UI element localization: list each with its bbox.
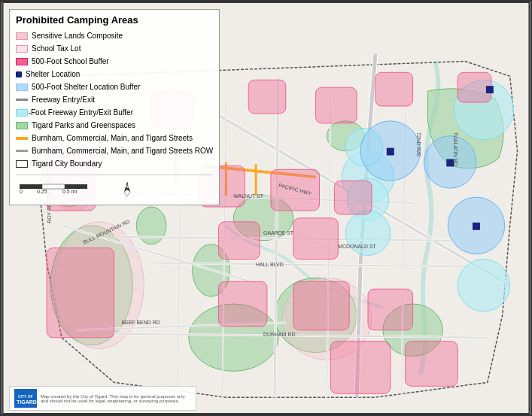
svg-rect-21 (316, 87, 357, 123)
legend-item-burnham-gray: Burnham, Commercial, Main, and Tigard St… (16, 145, 213, 157)
svg-rect-35 (47, 248, 114, 338)
svg-rect-20 (248, 80, 286, 114)
legend-item-school-buffer: 500-Foot School Buffer (16, 56, 213, 68)
legend-swatch-sensitive (16, 32, 28, 40)
svg-text:TIGARD: TIGARD (17, 399, 37, 405)
svg-point-18 (458, 260, 509, 311)
svg-text:WALNUT ST: WALNUT ST (233, 193, 263, 199)
legend-swatch-shelter (16, 71, 22, 77)
legend-label-burnham-orange: Burnham, Commercial, Main, and Tigard St… (32, 132, 193, 144)
legend-item-burnham-orange: Burnham, Commercial, Main, and Tigard St… (16, 132, 213, 144)
svg-text:GAARDE ST: GAARDE ST (263, 230, 294, 235)
svg-text:DURHAM RD: DURHAM RD (263, 332, 295, 337)
legend-label-sensitive: Sensitive Lands Composite (32, 30, 123, 42)
legend-swatch-freeway (16, 99, 28, 101)
legend-title: Prohibited Camping Areas (16, 14, 213, 27)
svg-rect-22 (375, 72, 413, 106)
svg-rect-31 (368, 289, 413, 330)
svg-rect-33 (406, 342, 458, 387)
svg-text:72ND AVE: 72ND AVE (416, 132, 421, 157)
svg-rect-32 (330, 342, 390, 393)
svg-rect-30 (293, 281, 349, 330)
svg-rect-28 (293, 218, 339, 260)
legend-item-shelter: Shelter Location (16, 68, 213, 80)
legend-swatch-school-tax (16, 45, 28, 53)
svg-rect-40 (446, 159, 454, 166)
svg-text:CITY OF: CITY OF (18, 394, 33, 399)
svg-rect-29 (218, 281, 267, 326)
map-container: WALNUT ST GAARDE ST MCDONALD ST DURHAM R… (0, 0, 532, 416)
svg-text:TUALATIN RD: TUALATIN RD (453, 132, 458, 166)
legend-swatch-parks (16, 122, 28, 129)
legend-item-freeway-buffer: 500-Foot Freeway Entry/Exit Buffer (16, 107, 213, 119)
svg-text:MCDONALD ST: MCDONALD ST (338, 244, 376, 249)
legend-swatch-school-buffer (16, 58, 28, 65)
logo-area: CITY OF TIGARD Map created by the City o… (9, 386, 196, 411)
north-arrow: N (120, 180, 135, 200)
svg-rect-41 (473, 223, 480, 230)
svg-rect-42 (486, 86, 494, 93)
svg-text:N: N (125, 184, 129, 189)
disclaimer-text: Map created by the City of Tigard. This … (41, 394, 191, 403)
legend-label-shelter: Shelter Location (26, 68, 80, 80)
svg-text:0.25: 0.25 (37, 189, 47, 193)
svg-text:0.5 mi: 0.5 mi (62, 189, 78, 193)
tigard-logo: CITY OF TIGARD (14, 389, 37, 408)
legend-item-freeway: Freeway Entry/Exit (16, 94, 213, 106)
legend-item-sensitive: Sensitive Lands Composite (16, 30, 213, 42)
svg-point-9 (136, 207, 166, 244)
legend-item-parks: Tigard Parks and Greenspaces (16, 120, 213, 132)
legend-swatch-burnham-gray (16, 150, 28, 152)
legend-label-freeway: Freeway Entry/Exit (32, 94, 95, 106)
svg-text:BEEF BEND RD: BEEF BEND RD (121, 320, 160, 325)
legend-swatch-freeway-buffer (16, 109, 28, 117)
legend-item-boundary: Tigard City Boundary (16, 158, 213, 170)
legend-label-parks: Tigard Parks and Greenspaces (32, 120, 135, 132)
svg-text:HALL BLVD: HALL BLVD (256, 262, 284, 267)
svg-rect-27 (218, 222, 260, 260)
legend-label-freeway-buffer: 500-Foot Freeway Entry/Exit Buffer (16, 107, 133, 119)
svg-rect-39 (387, 148, 394, 156)
legend-swatch-burnham-orange (16, 137, 28, 140)
legend-swatch-shelter-buffer (16, 84, 28, 91)
legend-label-school-tax: School Tax Lot (32, 43, 81, 55)
legend-swatch-boundary (16, 160, 28, 168)
svg-rect-26 (334, 181, 372, 214)
legend-label-burnham-gray: Burnham, Commercial, Main, and Tigard St… (32, 145, 213, 157)
legend-item-school-tax: School Tax Lot (16, 43, 213, 55)
legend-item-shelter-buffer: 500-Foot Shelter Location Buffer (16, 81, 213, 93)
legend-label-school-buffer: 500-Foot School Buffer (32, 56, 109, 68)
legend-label-boundary: Tigard City Boundary (32, 158, 102, 170)
legend-label-shelter-buffer: 500-Foot Shelter Location Buffer (32, 81, 140, 93)
map-legend: Prohibited Camping Areas Sensitive Lands… (9, 9, 220, 205)
svg-text:0: 0 (20, 189, 23, 193)
